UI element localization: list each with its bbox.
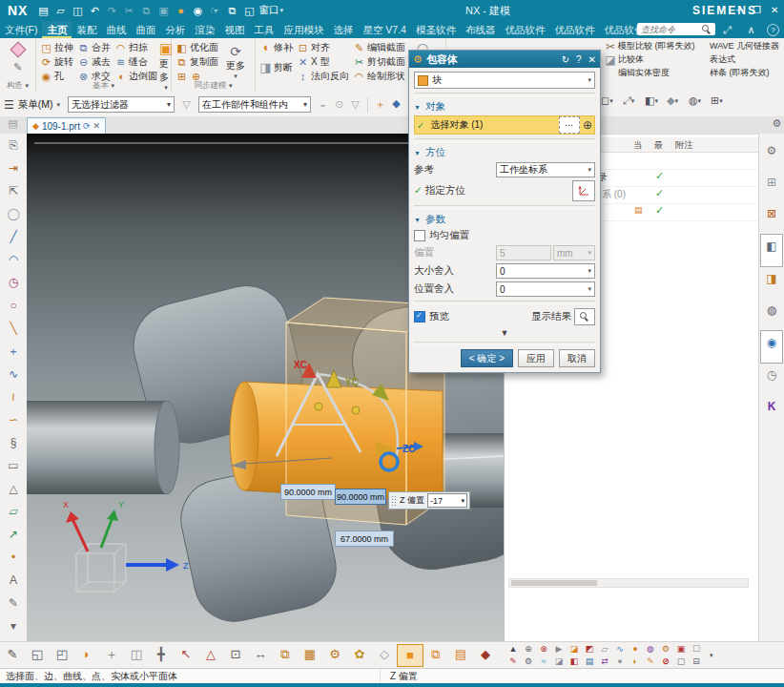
refresh-icon[interactable]: ⟳ (83, 121, 91, 131)
uniform-offset-checkbox[interactable] (414, 230, 425, 241)
dialog-collapse-icon[interactable]: ▼ (414, 328, 595, 338)
highlight-sphere-icon[interactable]: ◒ (315, 98, 331, 111)
wave-link-icon[interactable]: ∿ (612, 643, 628, 656)
length-dimension-input[interactable]: 67.0000 mm (335, 531, 394, 547)
history-icon[interactable]: ◷ (761, 364, 782, 395)
point-icon[interactable]: • (11, 546, 15, 569)
swap-icon[interactable]: ⇄ (597, 656, 612, 668)
menu-tab-5[interactable]: 分析 (160, 21, 190, 38)
menu-tab-10[interactable]: 选择 (328, 21, 358, 38)
ribbon-button[interactable]: ◠扫掠 (113, 40, 159, 54)
menu-tab-4[interactable]: 曲面 (131, 21, 160, 38)
solid-body-icon[interactable]: ◫ (124, 644, 149, 665)
reference-dropdown[interactable]: 工作坐标系▾ (496, 162, 595, 177)
sphere-gray-icon[interactable]: ● (612, 656, 628, 668)
menu-tab-9[interactable]: 应用模块 (279, 21, 328, 38)
hd3d-tools-icon[interactable]: ◍ (761, 299, 782, 330)
ok-button[interactable]: < 确定 > (461, 349, 513, 367)
move-component-icon[interactable]: ⇱ (9, 179, 18, 202)
more-curve-icon[interactable]: ▾ (10, 614, 16, 637)
size-rounding-dropdown[interactable]: 0▾ (496, 263, 595, 279)
window-list-icon[interactable]: ▤ (5, 117, 21, 130)
part-navigator-icon[interactable]: ◧ (760, 234, 783, 267)
params-section-header[interactable]: 参数 (414, 213, 595, 226)
ribbon-button[interactable]: ◳拉伸 (38, 40, 75, 54)
face-red-icon[interactable]: ◧ (567, 656, 582, 668)
face-gray-icon[interactable]: ◪ (551, 656, 567, 668)
rectangle-icon[interactable]: ▭ (8, 454, 18, 477)
menu-tab-1[interactable]: 主页 (42, 21, 72, 38)
drag-grip-icon[interactable] (391, 495, 397, 506)
undo-icon[interactable]: ↶ (87, 1, 102, 20)
crosshair-icon[interactable]: ⊕ (583, 118, 592, 132)
selection-scope-dropdown[interactable]: 在工作部件和组件内 (198, 96, 311, 113)
ribbon-button[interactable]: ≋缝合 (113, 54, 159, 69)
arrow-right-icon[interactable]: ▶ (551, 643, 567, 656)
type-dropdown[interactable]: 块 ▾ (414, 72, 595, 89)
preview-checkbox[interactable] (414, 311, 425, 323)
text-icon[interactable]: A (10, 569, 17, 592)
search-icon[interactable] (702, 25, 712, 34)
section-face-icon[interactable]: ◪ (603, 53, 618, 67)
height-dimension-input[interactable]: 90.0000 mm (335, 489, 386, 505)
view-tool-icon[interactable]: ◆▾ (667, 94, 683, 107)
move-object-icon[interactable]: ╋ (149, 644, 174, 665)
z-offset-widget[interactable]: Z 偏置 -17 (388, 491, 470, 510)
ribbon-button[interactable]: ⧉合并 (75, 40, 113, 54)
web-browser-icon[interactable]: ◉ (760, 330, 783, 364)
menu-tab-3[interactable]: 曲线 (101, 21, 131, 38)
color-palette-icon[interactable]: K (761, 395, 782, 427)
polygon-icon[interactable]: △ (9, 477, 17, 500)
flow-icon[interactable]: ≈ (536, 656, 551, 668)
object-list-icon[interactable]: ⋯ (559, 116, 580, 134)
studio-spline-icon[interactable]: ≀ (11, 385, 16, 408)
view-tool-icon[interactable]: ◧▾ (645, 94, 661, 107)
new-file-icon[interactable]: ▤ (35, 1, 51, 20)
curve-wave-icon[interactable]: ∽ (9, 408, 18, 431)
window-menu-label[interactable]: 窗口 (258, 4, 279, 17)
view-snapshot-icon[interactable]: ◰ (50, 644, 74, 665)
view-tool-icon[interactable]: ⊞▾ (711, 94, 727, 107)
checkbox-icon[interactable]: ☐ (689, 643, 704, 656)
view-tool-icon[interactable]: ◍▾ (689, 94, 705, 107)
stamp-icon[interactable]: ▣ (673, 643, 689, 656)
close-button[interactable]: ✕ (771, 0, 778, 21)
reset-icon[interactable]: ↻ (562, 54, 569, 65)
plus-icon[interactable]: ＋ (8, 340, 19, 363)
dialog-help-icon[interactable]: ? (576, 54, 582, 65)
half-shade-icon[interactable]: ◐ (628, 656, 643, 668)
reverse-normal-button[interactable]: ↕法向反向 (295, 69, 351, 83)
reuse-library-icon[interactable]: ◨ (761, 267, 782, 299)
ribbon-button[interactable]: ⊖减去 (75, 54, 113, 69)
point-line-icon[interactable]: ╲ (10, 317, 16, 340)
selection-filter-dropdown[interactable]: 无选择过滤器 (68, 96, 175, 113)
part-tab[interactable]: ◆ 109-1.prt ⟳ ✕ (27, 117, 106, 134)
view-window-icon[interactable]: ◱ (25, 644, 50, 665)
redo-icon[interactable]: ↷ (104, 1, 119, 20)
align-button[interactable]: ⊡对齐 (295, 40, 351, 54)
donut-icon[interactable]: ◍ (643, 643, 658, 656)
wave-geometry-linker-button[interactable]: WAVE 几何链接器 (710, 40, 784, 53)
hamburger-icon[interactable]: ☰ (4, 98, 14, 112)
scrollbar-thumb[interactable] (511, 580, 597, 586)
window-small-icon[interactable]: ▢ (673, 656, 689, 668)
pattern-feature-icon[interactable]: ▦ (298, 644, 322, 665)
datum-plane-icon[interactable]: ▱ (9, 500, 17, 523)
revolve-sheet-icon[interactable]: ◗ (74, 644, 99, 665)
gear-small-icon[interactable]: ⚙ (658, 643, 673, 656)
cut-icon[interactable]: ✂ (121, 1, 136, 20)
view-tool-icon[interactable]: ⤢▾ (623, 94, 639, 107)
help-icon[interactable]: ? (767, 24, 779, 36)
sketch-icon[interactable]: ✎ (9, 592, 18, 614)
break-button[interactable]: ◨剪断 (258, 60, 295, 74)
model-compare-button[interactable]: 模型比较 (即将失效) (618, 40, 710, 53)
apply-button[interactable]: 应用 (518, 349, 554, 367)
interpart-link-icon[interactable]: ⊙ (331, 98, 347, 111)
measure-icon[interactable]: ↔ (248, 644, 273, 665)
bounding-body-icon[interactable]: ■ (397, 644, 423, 667)
arc-icon[interactable]: ◠ (9, 248, 18, 271)
spline-button[interactable]: 样条 (即将失效) (710, 67, 784, 80)
toolbar-overflow-icon[interactable]: ▾ (710, 652, 713, 659)
ellipse-icon[interactable]: ○ (10, 294, 16, 317)
menu-button[interactable]: 菜单(M) (18, 98, 53, 112)
